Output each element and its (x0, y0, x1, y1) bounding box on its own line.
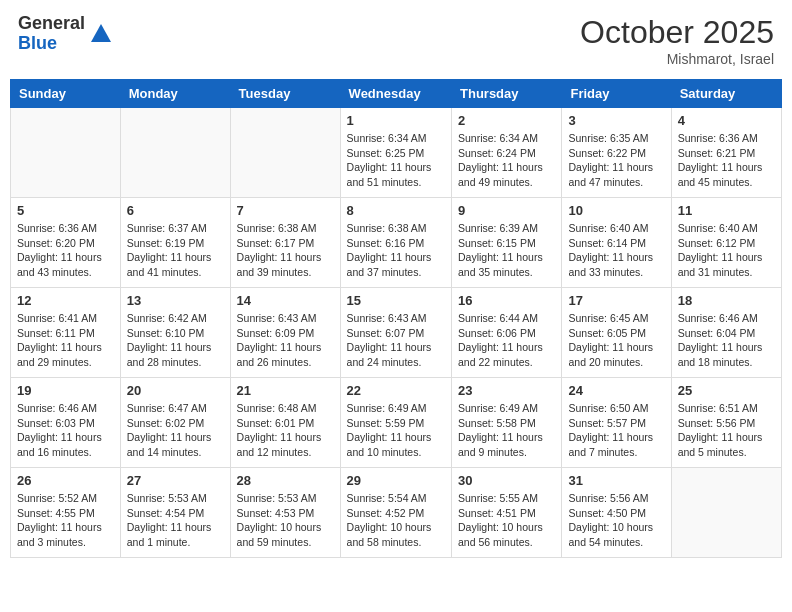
day-info: Sunrise: 6:38 AM Sunset: 6:17 PM Dayligh… (237, 221, 334, 280)
day-info: Sunrise: 6:35 AM Sunset: 6:22 PM Dayligh… (568, 131, 664, 190)
day-info: Sunrise: 6:43 AM Sunset: 6:07 PM Dayligh… (347, 311, 445, 370)
day-number: 2 (458, 113, 555, 128)
day-info: Sunrise: 6:36 AM Sunset: 6:21 PM Dayligh… (678, 131, 775, 190)
day-number: 14 (237, 293, 334, 308)
day-number: 24 (568, 383, 664, 398)
day-of-week-header: Wednesday (340, 80, 451, 108)
day-number: 22 (347, 383, 445, 398)
day-info: Sunrise: 6:51 AM Sunset: 5:56 PM Dayligh… (678, 401, 775, 460)
calendar-cell: 10Sunrise: 6:40 AM Sunset: 6:14 PM Dayli… (562, 198, 671, 288)
month-title: October 2025 (580, 14, 774, 51)
day-number: 4 (678, 113, 775, 128)
calendar-cell: 13Sunrise: 6:42 AM Sunset: 6:10 PM Dayli… (120, 288, 230, 378)
calendar-cell: 24Sunrise: 6:50 AM Sunset: 5:57 PM Dayli… (562, 378, 671, 468)
calendar-cell: 25Sunrise: 6:51 AM Sunset: 5:56 PM Dayli… (671, 378, 781, 468)
day-info: Sunrise: 6:43 AM Sunset: 6:09 PM Dayligh… (237, 311, 334, 370)
day-of-week-header: Friday (562, 80, 671, 108)
day-of-week-header: Thursday (452, 80, 562, 108)
calendar-cell: 11Sunrise: 6:40 AM Sunset: 6:12 PM Dayli… (671, 198, 781, 288)
logo-icon (89, 22, 113, 46)
calendar-cell: 9Sunrise: 6:39 AM Sunset: 6:15 PM Daylig… (452, 198, 562, 288)
week-row: 26Sunrise: 5:52 AM Sunset: 4:55 PM Dayli… (11, 468, 782, 558)
day-info: Sunrise: 6:38 AM Sunset: 6:16 PM Dayligh… (347, 221, 445, 280)
day-number: 6 (127, 203, 224, 218)
calendar-cell: 1Sunrise: 6:34 AM Sunset: 6:25 PM Daylig… (340, 108, 451, 198)
day-number: 21 (237, 383, 334, 398)
calendar-cell: 19Sunrise: 6:46 AM Sunset: 6:03 PM Dayli… (11, 378, 121, 468)
day-number: 27 (127, 473, 224, 488)
day-info: Sunrise: 6:46 AM Sunset: 6:03 PM Dayligh… (17, 401, 114, 460)
calendar-cell: 22Sunrise: 6:49 AM Sunset: 5:59 PM Dayli… (340, 378, 451, 468)
calendar-cell: 31Sunrise: 5:56 AM Sunset: 4:50 PM Dayli… (562, 468, 671, 558)
day-of-week-header: Saturday (671, 80, 781, 108)
calendar-cell: 29Sunrise: 5:54 AM Sunset: 4:52 PM Dayli… (340, 468, 451, 558)
day-info: Sunrise: 6:48 AM Sunset: 6:01 PM Dayligh… (237, 401, 334, 460)
day-number: 11 (678, 203, 775, 218)
title-block: October 2025 Mishmarot, Israel (580, 14, 774, 67)
day-info: Sunrise: 6:37 AM Sunset: 6:19 PM Dayligh… (127, 221, 224, 280)
calendar-cell: 5Sunrise: 6:36 AM Sunset: 6:20 PM Daylig… (11, 198, 121, 288)
day-info: Sunrise: 5:56 AM Sunset: 4:50 PM Dayligh… (568, 491, 664, 550)
calendar-cell: 8Sunrise: 6:38 AM Sunset: 6:16 PM Daylig… (340, 198, 451, 288)
day-number: 16 (458, 293, 555, 308)
day-number: 5 (17, 203, 114, 218)
day-info: Sunrise: 6:40 AM Sunset: 6:12 PM Dayligh… (678, 221, 775, 280)
day-info: Sunrise: 6:34 AM Sunset: 6:25 PM Dayligh… (347, 131, 445, 190)
calendar-cell: 15Sunrise: 6:43 AM Sunset: 6:07 PM Dayli… (340, 288, 451, 378)
calendar-cell: 16Sunrise: 6:44 AM Sunset: 6:06 PM Dayli… (452, 288, 562, 378)
day-info: Sunrise: 5:52 AM Sunset: 4:55 PM Dayligh… (17, 491, 114, 550)
day-number: 13 (127, 293, 224, 308)
day-number: 25 (678, 383, 775, 398)
calendar-cell: 4Sunrise: 6:36 AM Sunset: 6:21 PM Daylig… (671, 108, 781, 198)
calendar-cell: 28Sunrise: 5:53 AM Sunset: 4:53 PM Dayli… (230, 468, 340, 558)
page-header: General Blue October 2025 Mishmarot, Isr… (10, 10, 782, 71)
calendar-cell: 30Sunrise: 5:55 AM Sunset: 4:51 PM Dayli… (452, 468, 562, 558)
day-info: Sunrise: 6:40 AM Sunset: 6:14 PM Dayligh… (568, 221, 664, 280)
calendar-cell: 20Sunrise: 6:47 AM Sunset: 6:02 PM Dayli… (120, 378, 230, 468)
day-info: Sunrise: 5:54 AM Sunset: 4:52 PM Dayligh… (347, 491, 445, 550)
calendar-cell (11, 108, 121, 198)
day-number: 20 (127, 383, 224, 398)
day-info: Sunrise: 6:42 AM Sunset: 6:10 PM Dayligh… (127, 311, 224, 370)
day-info: Sunrise: 6:46 AM Sunset: 6:04 PM Dayligh… (678, 311, 775, 370)
calendar-table: SundayMondayTuesdayWednesdayThursdayFrid… (10, 79, 782, 558)
day-info: Sunrise: 6:36 AM Sunset: 6:20 PM Dayligh… (17, 221, 114, 280)
day-info: Sunrise: 6:41 AM Sunset: 6:11 PM Dayligh… (17, 311, 114, 370)
calendar-cell: 23Sunrise: 6:49 AM Sunset: 5:58 PM Dayli… (452, 378, 562, 468)
location: Mishmarot, Israel (580, 51, 774, 67)
day-number: 7 (237, 203, 334, 218)
day-info: Sunrise: 6:34 AM Sunset: 6:24 PM Dayligh… (458, 131, 555, 190)
calendar-cell: 14Sunrise: 6:43 AM Sunset: 6:09 PM Dayli… (230, 288, 340, 378)
day-number: 29 (347, 473, 445, 488)
day-of-week-header: Sunday (11, 80, 121, 108)
day-info: Sunrise: 6:39 AM Sunset: 6:15 PM Dayligh… (458, 221, 555, 280)
week-row: 1Sunrise: 6:34 AM Sunset: 6:25 PM Daylig… (11, 108, 782, 198)
calendar-cell: 17Sunrise: 6:45 AM Sunset: 6:05 PM Dayli… (562, 288, 671, 378)
day-info: Sunrise: 5:53 AM Sunset: 4:53 PM Dayligh… (237, 491, 334, 550)
week-row: 12Sunrise: 6:41 AM Sunset: 6:11 PM Dayli… (11, 288, 782, 378)
day-info: Sunrise: 6:47 AM Sunset: 6:02 PM Dayligh… (127, 401, 224, 460)
logo-blue-text: Blue (18, 34, 85, 54)
week-row: 5Sunrise: 6:36 AM Sunset: 6:20 PM Daylig… (11, 198, 782, 288)
calendar-cell: 21Sunrise: 6:48 AM Sunset: 6:01 PM Dayli… (230, 378, 340, 468)
day-info: Sunrise: 6:44 AM Sunset: 6:06 PM Dayligh… (458, 311, 555, 370)
calendar-cell: 6Sunrise: 6:37 AM Sunset: 6:19 PM Daylig… (120, 198, 230, 288)
day-number: 26 (17, 473, 114, 488)
day-info: Sunrise: 6:49 AM Sunset: 5:58 PM Dayligh… (458, 401, 555, 460)
day-info: Sunrise: 6:49 AM Sunset: 5:59 PM Dayligh… (347, 401, 445, 460)
day-number: 12 (17, 293, 114, 308)
day-number: 23 (458, 383, 555, 398)
calendar-cell: 12Sunrise: 6:41 AM Sunset: 6:11 PM Dayli… (11, 288, 121, 378)
calendar-cell: 7Sunrise: 6:38 AM Sunset: 6:17 PM Daylig… (230, 198, 340, 288)
calendar-cell (671, 468, 781, 558)
logo-general-text: General (18, 14, 85, 34)
day-number: 18 (678, 293, 775, 308)
day-number: 28 (237, 473, 334, 488)
day-number: 10 (568, 203, 664, 218)
days-header-row: SundayMondayTuesdayWednesdayThursdayFrid… (11, 80, 782, 108)
week-row: 19Sunrise: 6:46 AM Sunset: 6:03 PM Dayli… (11, 378, 782, 468)
calendar-cell (230, 108, 340, 198)
calendar-cell: 3Sunrise: 6:35 AM Sunset: 6:22 PM Daylig… (562, 108, 671, 198)
calendar-cell: 2Sunrise: 6:34 AM Sunset: 6:24 PM Daylig… (452, 108, 562, 198)
calendar-cell (120, 108, 230, 198)
